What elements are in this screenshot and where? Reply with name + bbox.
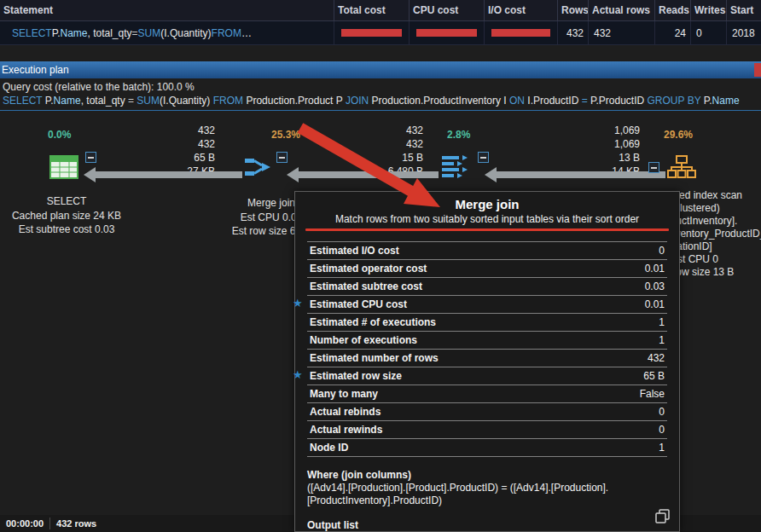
column-header-io-cost[interactable]: I/O cost xyxy=(485,0,558,20)
edge-stat: 65 B xyxy=(162,151,215,165)
sql-segment: GROUP BY xyxy=(648,95,704,107)
sql-segment: P. xyxy=(45,95,54,107)
property-label: Estimated subtree cost xyxy=(310,280,422,292)
sql-segment: Name xyxy=(60,27,87,39)
actual-rows-value: 432 xyxy=(589,21,655,44)
sql-segment: = xyxy=(582,95,590,107)
sql-segment: SELECT xyxy=(12,27,52,39)
plan-sql-text: SELECT P.Name, total_qty = SUM(I.Quantit… xyxy=(3,95,740,107)
property-value: 1 xyxy=(659,442,665,454)
statement-row[interactable]: SELECT P.Name, total_qty = SUM(I.Quantit… xyxy=(0,21,761,45)
aggregate-node-icon[interactable] xyxy=(440,153,469,182)
property-value: 0 xyxy=(659,406,665,418)
property-value: False xyxy=(640,388,665,400)
edge-stats: 432 432 65 B 27 KB xyxy=(162,124,215,178)
column-header-cpu-cost[interactable]: CPU cost xyxy=(410,0,485,20)
clustered-index-scan-node-icon[interactable] xyxy=(667,155,696,183)
node-cost-percent: 0.0% xyxy=(48,129,71,141)
sql-segment: Name xyxy=(712,95,740,107)
column-header-reads[interactable]: Reads xyxy=(655,0,691,20)
column-header-rows[interactable]: Rows xyxy=(558,0,589,20)
collapse-node-button[interactable] xyxy=(648,162,659,173)
column-header-writes[interactable]: Writes xyxy=(691,0,727,20)
property-label: Estimated row size xyxy=(310,370,402,382)
output-section: Output list [Adv14].[Production].[Produc… xyxy=(307,519,667,532)
total-cost-bar xyxy=(341,29,402,37)
property-value: 0.03 xyxy=(645,280,665,292)
sql-segment: SELECT xyxy=(3,95,45,107)
property-label: Estimated operator cost xyxy=(310,263,427,275)
reads-value: 24 xyxy=(655,21,691,44)
tooltip-row: Many to manyFalse xyxy=(307,385,667,402)
sql-segment: = xyxy=(132,27,138,39)
output-list-label: Output list xyxy=(307,519,667,532)
property-value: 65 B xyxy=(643,370,665,382)
column-header-total-cost[interactable]: Total cost xyxy=(334,0,410,20)
edge-stat: 432 xyxy=(162,124,215,137)
sql-segment: SUM xyxy=(138,27,161,39)
sql-segment: Production.Product P xyxy=(246,95,346,107)
start-value: 2018 xyxy=(727,21,761,44)
collapse-node-button[interactable] xyxy=(85,152,96,163)
sql-segment: SUM xyxy=(137,95,160,107)
collapse-node-button[interactable] xyxy=(478,152,489,163)
tooltip-row: Estimated number of rows432 xyxy=(307,349,667,367)
where-value: ([Adv14].[Production].[Product].ProductI… xyxy=(307,482,667,507)
cpu-cost-cell xyxy=(410,21,485,44)
grid-header-row: Statement Total cost CPU cost I/O cost R… xyxy=(0,0,761,21)
minus-icon xyxy=(279,157,285,159)
property-value: 1 xyxy=(659,316,665,328)
copy-icon[interactable] xyxy=(655,509,671,524)
property-value: 432 xyxy=(648,352,665,364)
tooltip-row: Actual rebinds0 xyxy=(307,402,667,420)
elapsed-time: 00:00:00 xyxy=(0,518,49,529)
property-label: Estimated CPU cost xyxy=(310,298,407,310)
node-label: Cached plan size 24 KB xyxy=(0,209,133,223)
sql-segment: , total_qty xyxy=(81,95,128,107)
plan-arrow xyxy=(84,167,96,182)
plan-arrow xyxy=(287,167,299,182)
sql-segment: I.ProductID xyxy=(527,95,581,107)
plan-arrow xyxy=(299,171,439,178)
sql-segment: P. xyxy=(52,27,61,39)
node-cost-percent: 2.8% xyxy=(447,129,470,141)
column-header-actual-rows[interactable]: Actual rows xyxy=(589,0,655,20)
edge-stat: 432 xyxy=(370,124,423,137)
column-header-statement[interactable]: Statement xyxy=(0,0,334,20)
query-cost-label: Query cost (relative to the batch): 100.… xyxy=(3,81,195,93)
plan-arrow xyxy=(485,167,497,182)
edge-stats: 432 432 15 B 6,480 B xyxy=(370,124,423,178)
tooltip-row: Number of executions1 xyxy=(307,331,667,349)
column-header-start[interactable]: Start xyxy=(727,0,761,20)
sql-segment: Production.ProductInventory I xyxy=(372,95,509,107)
property-label: Estimated # of executions xyxy=(310,316,436,328)
collapse-node-button[interactable] xyxy=(276,152,288,163)
minus-icon xyxy=(651,167,657,169)
io-cost-bar xyxy=(491,29,550,37)
edge-stat: 13 B xyxy=(587,151,640,165)
minus-icon xyxy=(480,157,486,159)
node-cost-percent: 29.6% xyxy=(664,129,693,141)
sql-segment: … xyxy=(241,27,252,39)
row-count: 432 rows xyxy=(50,518,102,529)
sql-segment: (I.Quantity) xyxy=(160,27,211,39)
tooltip-row: Actual rewinds0 xyxy=(307,420,667,438)
statement-sql: SELECT P.Name, total_qty = SUM(I.Quantit… xyxy=(0,21,334,44)
sql-segment: ON xyxy=(509,95,527,107)
merge-join-node-icon[interactable] xyxy=(244,155,271,182)
edge-stats: 1,069 1,069 13 B 14 KB xyxy=(587,124,640,178)
sql-segment: FROM xyxy=(213,95,247,107)
where-label: Where (join columns) xyxy=(307,469,667,482)
property-label: Node ID xyxy=(310,442,348,454)
sql-segment: JOIN xyxy=(346,95,372,107)
tooltip-title: Merge join xyxy=(295,197,679,211)
property-label: Actual rewinds xyxy=(310,424,382,436)
cpu-cost-bar xyxy=(416,29,477,37)
select-node-icon[interactable] xyxy=(49,155,78,182)
total-cost-cell xyxy=(334,21,410,44)
execution-plan-section-header[interactable]: Execution plan xyxy=(0,61,761,78)
scrollbar-marker[interactable] xyxy=(754,63,761,77)
tooltip-subtitle: Match rows from two suitably sorted inpu… xyxy=(295,213,679,225)
star-icon: ★ xyxy=(293,368,303,381)
sql-segment: P.ProductID xyxy=(590,95,647,107)
